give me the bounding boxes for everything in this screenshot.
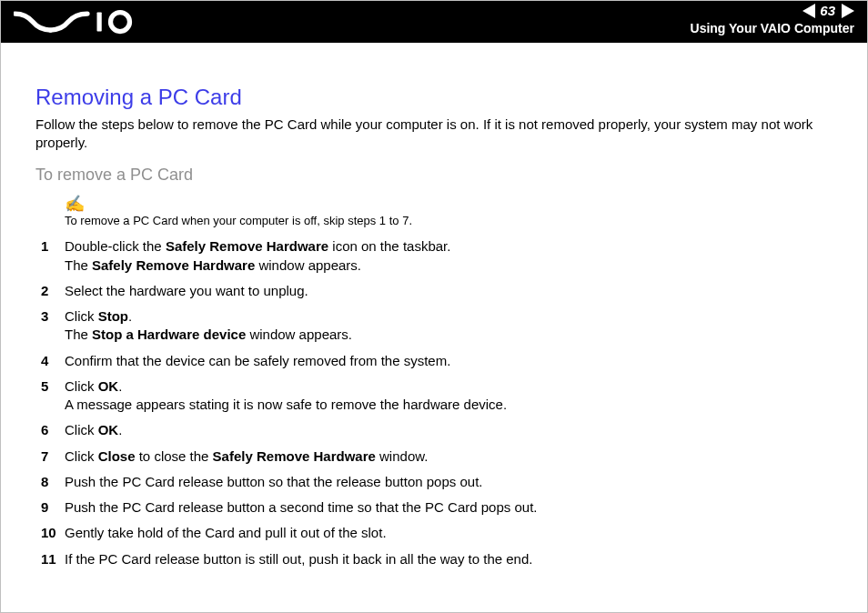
step-body: Push the PC Card release button so that … xyxy=(65,473,833,491)
step-body: If the PC Card release button is still o… xyxy=(65,550,833,568)
step-item: 2Select the hardware you want to unplug. xyxy=(35,282,833,300)
intro-paragraph: Follow the steps below to remove the PC … xyxy=(35,116,833,153)
step-number: 11 xyxy=(41,550,65,568)
step-item: 6Click OK. xyxy=(35,421,833,439)
step-body: Click OK.A message appears stating it is… xyxy=(65,377,833,415)
step-number: 10 xyxy=(41,524,65,542)
step-body: Confirm that the device can be safely re… xyxy=(65,352,833,370)
page-number: 63 xyxy=(818,3,837,18)
subheading: To remove a PC Card xyxy=(35,166,833,185)
step-item: 7Click Close to close the Safely Remove … xyxy=(35,447,833,466)
step-body: Double-click the Safely Remove Hardware … xyxy=(65,237,833,275)
step-number: 5 xyxy=(41,377,65,396)
step-body: Click OK. xyxy=(65,421,833,439)
next-page-icon[interactable] xyxy=(842,4,854,18)
section-label: Using Your VAIO Computer xyxy=(691,21,854,35)
step-number: 2 xyxy=(41,282,65,300)
step-number: 6 xyxy=(41,421,65,439)
page: 63 Using Your VAIO Computer Removing a P… xyxy=(0,0,868,613)
step-number: 7 xyxy=(41,447,65,466)
step-number: 1 xyxy=(41,237,65,256)
step-body: Push the PC Card release button a second… xyxy=(65,498,833,517)
step-item: 11If the PC Card release button is still… xyxy=(35,550,833,568)
header-bar: 63 Using Your VAIO Computer xyxy=(1,1,867,43)
step-body: Click Close to close the Safely Remove H… xyxy=(65,447,833,466)
content-area: Removing a PC Card Follow the steps belo… xyxy=(1,43,867,594)
step-body: Select the hardware you want to unplug. xyxy=(65,282,833,300)
step-number: 9 xyxy=(41,498,65,517)
page-title: Removing a PC Card xyxy=(35,85,833,110)
step-number: 8 xyxy=(41,473,65,491)
note-text: To remove a PC Card when your computer i… xyxy=(65,214,412,227)
step-number: 3 xyxy=(41,307,65,326)
step-body: Click Stop.The Stop a Hardware device wi… xyxy=(65,307,833,345)
note-icon: ✍ xyxy=(65,196,833,212)
prev-page-icon[interactable] xyxy=(802,4,815,18)
svg-rect-0 xyxy=(97,13,102,32)
step-number: 4 xyxy=(41,352,65,370)
steps-list: 1Double-click the Safely Remove Hardware… xyxy=(35,237,833,568)
step-item: 1Double-click the Safely Remove Hardware… xyxy=(35,237,833,275)
step-item: 4Confirm that the device can be safely r… xyxy=(35,352,833,370)
note-block: ✍ To remove a PC Card when your computer… xyxy=(65,196,833,229)
step-item: 10Gently take hold of the Card and pull … xyxy=(35,524,833,542)
step-body: Gently take hold of the Card and pull it… xyxy=(65,524,833,542)
step-item: 5Click OK.A message appears stating it i… xyxy=(35,377,833,415)
step-item: 8Push the PC Card release button so that… xyxy=(35,473,833,491)
svg-point-1 xyxy=(111,13,130,32)
vaio-logo xyxy=(14,8,150,35)
step-item: 9Push the PC Card release button a secon… xyxy=(35,498,833,517)
page-nav: 63 xyxy=(802,3,854,18)
step-item: 3Click Stop.The Stop a Hardware device w… xyxy=(35,307,833,345)
